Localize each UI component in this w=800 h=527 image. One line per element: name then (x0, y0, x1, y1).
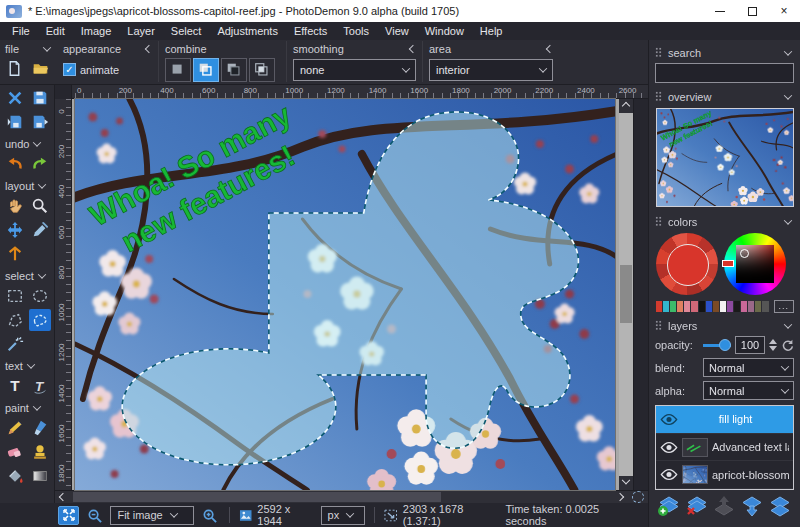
add-layer-button[interactable] (656, 495, 682, 522)
layout-group-header[interactable]: layout (5, 177, 54, 194)
color-swatch-2[interactable] (670, 301, 676, 312)
color-swatch-3[interactable] (677, 301, 683, 312)
brush-tool-button[interactable] (29, 417, 51, 439)
menu-select[interactable]: Select (163, 23, 210, 39)
fill-tool-button[interactable] (4, 465, 26, 487)
drag-handle-icon[interactable] (655, 216, 662, 227)
alpha-dropdown[interactable]: Normal (703, 381, 794, 400)
canvas-image[interactable] (75, 99, 615, 490)
menu-image[interactable]: Image (73, 23, 120, 39)
scroll-left-icon[interactable] (55, 491, 71, 503)
combine-add-button[interactable] (193, 58, 219, 82)
color-swatch-4[interactable] (684, 301, 690, 312)
smoothing-dropdown[interactable]: none (293, 59, 416, 81)
select-wand-button[interactable] (4, 333, 26, 355)
zoom-tool-button[interactable] (29, 195, 51, 217)
vscroll-thumb[interactable] (620, 265, 632, 323)
chevron-down-icon[interactable] (784, 47, 792, 55)
color-swatch-15[interactable] (762, 301, 768, 312)
hscroll-thumb[interactable] (73, 492, 441, 502)
opacity-stepper[interactable] (769, 339, 777, 351)
chevron-down-icon[interactable] (784, 320, 792, 328)
zoom-out-button[interactable] (84, 506, 105, 525)
menu-file[interactable]: File (4, 23, 38, 39)
opacity-value[interactable]: 100 (735, 336, 765, 354)
pan-tool-button[interactable] (4, 195, 26, 217)
layer-visibility-icon[interactable] (660, 413, 678, 426)
vertical-scrollbar[interactable] (619, 99, 633, 490)
eraser-tool-button[interactable] (4, 441, 26, 463)
color-swatch-7[interactable] (706, 301, 712, 312)
delete-layer-button[interactable] (684, 495, 710, 522)
animate-checkbox[interactable]: ✓ (63, 63, 76, 76)
menu-help[interactable]: Help (472, 23, 511, 39)
menu-view[interactable]: View (377, 23, 417, 39)
collapse-left-icon[interactable] (409, 45, 417, 53)
color-swatch-10[interactable] (727, 301, 733, 312)
opacity-slider[interactable] (703, 338, 731, 352)
layer-row-0[interactable]: fill light (656, 406, 793, 434)
color-swatch-8[interactable] (713, 301, 719, 312)
drag-handle-icon[interactable] (655, 47, 662, 58)
collapse-left-icon[interactable] (546, 45, 554, 53)
more-swatches-button[interactable]: ... (774, 300, 795, 313)
color-swatch-14[interactable] (755, 301, 761, 312)
save-button[interactable] (29, 87, 51, 109)
layers-panel-header[interactable]: layers (655, 317, 794, 334)
new-image-button[interactable] (2, 57, 26, 79)
text-basic-button[interactable]: T (4, 375, 26, 397)
merge-layers-button[interactable] (767, 495, 793, 522)
scroll-up-icon[interactable] (619, 99, 633, 113)
canvas-navigator-icon[interactable] (632, 491, 644, 503)
measure-tool-button[interactable] (4, 243, 26, 265)
color-swatch-5[interactable] (691, 301, 697, 312)
color-swatch-6[interactable] (699, 301, 705, 312)
pencil-tool-button[interactable] (4, 417, 26, 439)
move-tool-button[interactable] (4, 219, 26, 241)
zoom-in-button[interactable] (199, 506, 220, 525)
color-swatch-13[interactable] (748, 301, 754, 312)
hue-marker-icon[interactable] (722, 260, 734, 267)
close-button[interactable]: × (768, 0, 800, 22)
menu-window[interactable]: Window (417, 23, 472, 39)
move-layer-up-button[interactable] (711, 495, 737, 522)
color-swatch-0[interactable] (656, 301, 662, 312)
color-picker-button[interactable] (29, 219, 51, 241)
sv-marker-icon[interactable] (740, 249, 749, 258)
chevron-down-icon[interactable] (784, 216, 792, 224)
menu-edit[interactable]: Edit (38, 23, 73, 39)
layer-row-2[interactable]: apricot-blossoms... (656, 461, 793, 489)
zoom-dropdown[interactable]: Fit image (110, 506, 193, 525)
move-layer-down-button[interactable] (739, 495, 765, 522)
search-panel-header[interactable]: search (655, 44, 794, 61)
menu-adjustments[interactable]: Adjustments (209, 23, 286, 39)
select-ellipse-button[interactable] (29, 285, 51, 307)
colors-panel-header[interactable]: colors (655, 213, 794, 230)
maximize-button[interactable] (736, 0, 768, 22)
panel-splitter[interactable] (633, 99, 648, 490)
reset-opacity-icon[interactable] (781, 339, 794, 352)
fit-canvas-button[interactable] (58, 506, 79, 525)
search-input[interactable] (655, 63, 794, 83)
color-swatch-12[interactable] (741, 301, 747, 312)
overview-panel-header[interactable]: overview (655, 88, 794, 105)
combine-intersect-button[interactable] (249, 58, 275, 82)
combine-replace-button[interactable] (165, 58, 191, 82)
select-lasso-button[interactable] (29, 309, 51, 331)
close-image-button[interactable] (4, 87, 26, 109)
gradient-tool-button[interactable] (29, 465, 51, 487)
layer-row-1[interactable]: Advanced text lay... (656, 434, 793, 462)
minimize-button[interactable] (704, 0, 736, 22)
drag-handle-icon[interactable] (655, 320, 662, 331)
text-advanced-button[interactable]: T (29, 375, 51, 397)
redo-button[interactable] (29, 153, 51, 175)
color-swatch-11[interactable] (734, 301, 740, 312)
undo-button[interactable] (4, 153, 26, 175)
chevron-down-icon[interactable] (43, 43, 51, 51)
undo-group-header[interactable]: undo (5, 135, 54, 152)
menu-layer[interactable]: Layer (119, 23, 163, 39)
open-image-button[interactable] (28, 57, 52, 79)
menu-effects[interactable]: Effects (286, 23, 335, 39)
collapse-left-icon[interactable] (145, 45, 153, 53)
save-as-button[interactable] (29, 111, 51, 133)
